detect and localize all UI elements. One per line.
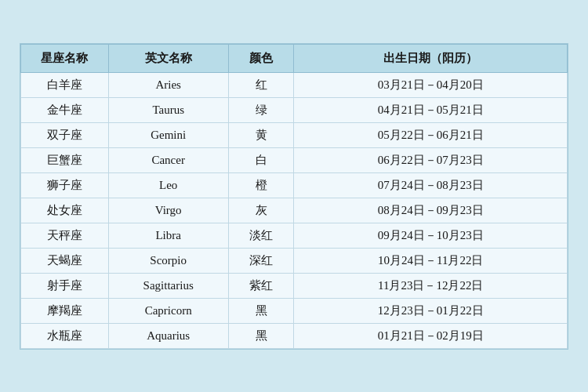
cell-chinese: 天蝎座	[21, 248, 109, 273]
cell-english: Aquarius	[108, 323, 228, 348]
cell-date: 05月22日－06月21日	[294, 122, 568, 147]
zodiac-table-container: 星座名称 英文名称 颜色 出生日期（阳历） 白羊座Aries红03月21日－04…	[20, 43, 568, 350]
cell-chinese: 摩羯座	[21, 298, 109, 323]
table-row: 处女座Virgo灰08月24日－09月23日	[21, 198, 568, 223]
cell-date: 09月24日－10月23日	[294, 223, 568, 248]
table-row: 水瓶座Aquarius黑01月21日－02月19日	[21, 323, 568, 348]
cell-chinese: 狮子座	[21, 172, 109, 198]
cell-color: 深红	[228, 248, 294, 273]
table-row: 狮子座Leo橙07月24日－08月23日	[21, 172, 568, 198]
header-english: 英文名称	[108, 44, 228, 72]
table-row: 双子座Gemini黄05月22日－06月21日	[21, 122, 568, 147]
cell-color: 灰	[228, 198, 294, 223]
cell-date: 08月24日－09月23日	[294, 198, 568, 223]
cell-chinese: 天秤座	[21, 223, 109, 248]
cell-date: 07月24日－08月23日	[294, 172, 568, 198]
cell-chinese: 白羊座	[21, 72, 109, 97]
cell-chinese: 巨蟹座	[21, 147, 109, 172]
cell-color: 白	[228, 147, 294, 172]
cell-english: Libra	[108, 223, 228, 248]
cell-chinese: 水瓶座	[21, 323, 109, 348]
cell-date: 11月23日－12月22日	[294, 273, 568, 298]
zodiac-table: 星座名称 英文名称 颜色 出生日期（阳历） 白羊座Aries红03月21日－04…	[20, 44, 568, 349]
cell-color: 黑	[228, 323, 294, 348]
cell-color: 绿	[228, 97, 294, 122]
cell-color: 红	[228, 72, 294, 97]
cell-chinese: 双子座	[21, 122, 109, 147]
table-header-row: 星座名称 英文名称 颜色 出生日期（阳历）	[21, 44, 568, 72]
cell-english: Leo	[108, 172, 228, 198]
table-row: 金牛座Taurus绿04月21日－05月21日	[21, 97, 568, 122]
table-row: 天秤座Libra淡红09月24日－10月23日	[21, 223, 568, 248]
cell-english: Gemini	[108, 122, 228, 147]
table-row: 白羊座Aries红03月21日－04月20日	[21, 72, 568, 97]
cell-color: 黑	[228, 298, 294, 323]
cell-color: 橙	[228, 172, 294, 198]
cell-date: 06月22日－07月23日	[294, 147, 568, 172]
table-row: 天蝎座Scorpio深红10月24日－11月22日	[21, 248, 568, 273]
header-chinese: 星座名称	[21, 44, 109, 72]
cell-date: 04月21日－05月21日	[294, 97, 568, 122]
table-row: 巨蟹座Cancer白06月22日－07月23日	[21, 147, 568, 172]
cell-english: Cancer	[108, 147, 228, 172]
cell-color: 紫红	[228, 273, 294, 298]
cell-chinese: 处女座	[21, 198, 109, 223]
cell-date: 10月24日－11月22日	[294, 248, 568, 273]
table-row: 摩羯座Capricorn黑12月23日－01月22日	[21, 298, 568, 323]
cell-chinese: 射手座	[21, 273, 109, 298]
cell-date: 01月21日－02月19日	[294, 323, 568, 348]
cell-english: Virgo	[108, 198, 228, 223]
cell-color: 淡红	[228, 223, 294, 248]
cell-color: 黄	[228, 122, 294, 147]
cell-english: Aries	[108, 72, 228, 97]
cell-date: 12月23日－01月22日	[294, 298, 568, 323]
header-date: 出生日期（阳历）	[294, 44, 568, 72]
cell-english: Taurus	[108, 97, 228, 122]
cell-english: Sagittarius	[108, 273, 228, 298]
cell-chinese: 金牛座	[21, 97, 109, 122]
header-color: 颜色	[228, 44, 294, 72]
cell-english: Scorpio	[108, 248, 228, 273]
cell-date: 03月21日－04月20日	[294, 72, 568, 97]
cell-english: Capricorn	[108, 298, 228, 323]
table-row: 射手座Sagittarius紫红11月23日－12月22日	[21, 273, 568, 298]
